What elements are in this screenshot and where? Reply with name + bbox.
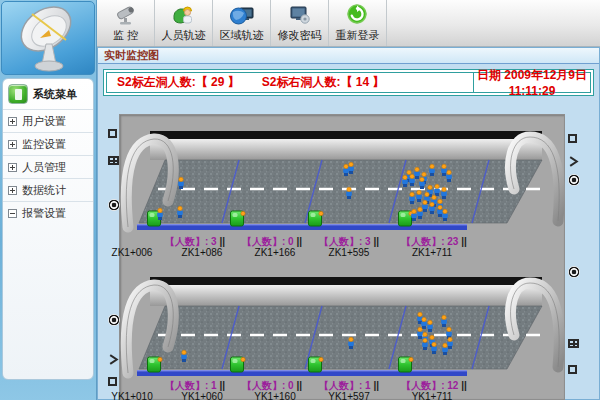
tunnel-baseline-highlight bbox=[137, 370, 467, 371]
system-menu-header: 系统菜单 bbox=[3, 79, 93, 109]
toolbar-button-label: 重新登录 bbox=[336, 28, 380, 43]
toolbar-spacer bbox=[387, 0, 600, 46]
sidebar-item-0[interactable]: 用户设置 bbox=[3, 109, 93, 132]
person-track-icon bbox=[171, 3, 197, 27]
person-equipment-icon bbox=[568, 153, 579, 171]
square-equipment-icon bbox=[568, 134, 577, 143]
boundary-tick: || bbox=[461, 380, 467, 391]
boundary-tick: || bbox=[373, 236, 379, 247]
person-marker bbox=[417, 327, 423, 339]
app-logo bbox=[1, 1, 95, 75]
station-label: YK1+597 bbox=[328, 391, 369, 400]
tunnel-baseline-highlight bbox=[137, 224, 467, 225]
station-label: YK1+010 bbox=[111, 391, 152, 400]
cctv-camera-icon bbox=[113, 3, 139, 27]
sidebar-item-label: 监控设置 bbox=[22, 137, 66, 152]
person-marker bbox=[447, 337, 453, 349]
tunnel-road bbox=[139, 160, 542, 223]
person-marker bbox=[348, 337, 354, 349]
relogin-button[interactable]: 重新登录 bbox=[329, 0, 387, 46]
toolbar-button-label: 人员轨迹 bbox=[162, 28, 206, 43]
cam-equipment-icon bbox=[108, 314, 120, 326]
tunnel-monitor-panel: 【人数】: 3 ||【人数】: 0 ||【人数】: 3 ||【人数】: 23 |… bbox=[119, 114, 565, 400]
person-marker bbox=[441, 187, 447, 199]
sidebar-item-label: 报警设置 bbox=[22, 206, 66, 221]
person-marker bbox=[442, 209, 448, 221]
person-marker bbox=[157, 208, 163, 220]
plus-box-icon[interactable] bbox=[8, 140, 17, 149]
menu-item-list: 用户设置监控设置人员管理数据统计报警设置 bbox=[3, 109, 93, 224]
person-marker bbox=[419, 177, 425, 189]
menu-title: 系统菜单 bbox=[33, 87, 77, 102]
person-marker bbox=[437, 205, 443, 217]
reader-box bbox=[309, 211, 324, 226]
tunnel-ceiling bbox=[150, 277, 542, 306]
station-label: YK1+060 bbox=[181, 391, 222, 400]
square-equipment-icon bbox=[108, 129, 117, 138]
cam-equipment-icon bbox=[108, 199, 120, 211]
right-tunnel-count: S2标右洞人数:【 14 】 bbox=[262, 74, 385, 91]
station-label: ZK1+086 bbox=[182, 247, 223, 258]
toolbar-button-label: 监 控 bbox=[113, 28, 138, 43]
person-marker bbox=[409, 192, 415, 204]
change-password-button[interactable]: 修改密码 bbox=[271, 0, 329, 46]
tunnel-counts: S2标左洞人数:【 29 】 S2标右洞人数:【 14 】 bbox=[107, 73, 474, 92]
globe-track-icon bbox=[229, 3, 255, 27]
sidebar-item-1[interactable]: 监控设置 bbox=[3, 132, 93, 155]
station-label: YK1+711 bbox=[412, 391, 453, 400]
system-menu: 系统菜单 用户设置监控设置人员管理数据统计报警设置 bbox=[2, 78, 94, 380]
satellite-dish-icon bbox=[2, 2, 95, 75]
person-marker bbox=[417, 207, 423, 219]
person-marker bbox=[427, 320, 433, 332]
status-bar: S2标左洞人数:【 29 】 S2标右洞人数:【 14 】 日期 2009年12… bbox=[103, 69, 594, 96]
reader-box bbox=[399, 211, 414, 226]
reader-box bbox=[399, 357, 414, 372]
sidebar-item-label: 数据统计 bbox=[22, 183, 66, 198]
square-equipment-icon bbox=[108, 377, 117, 386]
monitor-button[interactable]: 监 控 bbox=[97, 0, 155, 46]
person-marker bbox=[422, 200, 428, 212]
sidebar-item-2[interactable]: 人员管理 bbox=[3, 155, 93, 178]
station-label: ZK1+166 bbox=[255, 247, 296, 258]
boundary-tick: || bbox=[461, 236, 467, 247]
sidebar-item-3[interactable]: 数据统计 bbox=[3, 178, 93, 201]
station-label: ZK1+711 bbox=[412, 247, 452, 258]
boundary-tick: || bbox=[296, 380, 302, 391]
date-time: 日期 2009年12月9日 11:11:29 bbox=[474, 67, 590, 98]
sidebar: 系统菜单 用户设置监控设置人员管理数据统计报警设置 bbox=[0, 0, 97, 400]
boundary-tick: || bbox=[219, 236, 225, 247]
station-label: ZK1+595 bbox=[329, 247, 370, 258]
plus-box-icon[interactable] bbox=[8, 163, 17, 172]
plus-box-icon[interactable] bbox=[8, 186, 17, 195]
person-marker bbox=[441, 315, 447, 327]
relogin-icon bbox=[345, 3, 371, 27]
plus-box-icon[interactable] bbox=[8, 117, 17, 126]
boundary-tick: || bbox=[219, 380, 225, 391]
sidebar-item-label: 用户设置 bbox=[22, 114, 66, 129]
station-label: ZK1+006 bbox=[112, 247, 153, 258]
person-marker bbox=[416, 190, 422, 202]
person-marker bbox=[431, 342, 437, 354]
person-marker bbox=[402, 175, 408, 187]
station-label: YK1+160 bbox=[254, 391, 295, 400]
reader-box bbox=[309, 357, 324, 372]
tunnel-graphic-right bbox=[120, 271, 566, 381]
tunnel-left-labels: 【人数】: 3 ||【人数】: 0 ||【人数】: 3 ||【人数】: 23 |… bbox=[120, 235, 566, 259]
person-track-button[interactable]: 人员轨迹 bbox=[155, 0, 213, 46]
minus-box-icon[interactable] bbox=[8, 209, 17, 218]
reader-box bbox=[231, 357, 246, 372]
toolbar: 监 控 人员轨迹 区域轨迹 修改密码 bbox=[97, 0, 600, 47]
sidebar-item-4[interactable]: 报警设置 bbox=[3, 201, 93, 224]
person-marker bbox=[422, 338, 428, 350]
change-password-icon bbox=[287, 3, 313, 27]
person-marker bbox=[421, 317, 427, 329]
toolbar-button-label: 区域轨迹 bbox=[220, 28, 264, 43]
person-marker bbox=[446, 170, 452, 182]
person-equipment-icon bbox=[108, 351, 119, 369]
person-marker bbox=[409, 174, 415, 186]
person-marker bbox=[346, 187, 352, 199]
person-marker bbox=[178, 177, 184, 189]
tab-realtime-monitor[interactable]: 实时监控图 bbox=[104, 48, 159, 63]
area-track-button[interactable]: 区域轨迹 bbox=[213, 0, 271, 46]
person-marker bbox=[411, 209, 417, 221]
